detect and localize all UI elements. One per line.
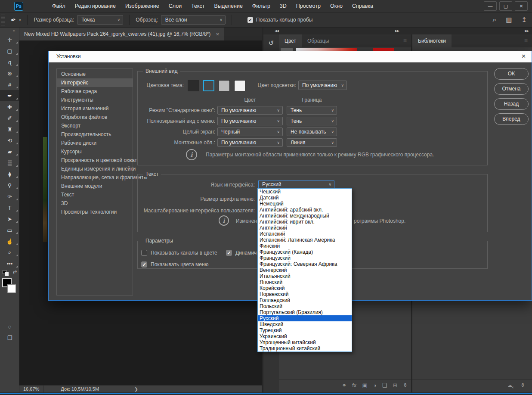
show-sampling-ring-checkbox[interactable]: ✓ Показать кольцо пробы — [247, 17, 315, 23]
next-button[interactable]: Вперед — [494, 113, 529, 125]
close-window-button[interactable]: ✕ — [515, 1, 528, 11]
language-option[interactable]: Английский: арабский вкл. — [258, 207, 352, 213]
language-option[interactable]: Испанский — [258, 231, 352, 237]
zoom-level[interactable]: 16,67% — [19, 386, 43, 393]
link-layers-icon[interactable]: ⚭ — [342, 382, 346, 389]
menu-item[interactable]: Текст — [186, 0, 209, 12]
language-option[interactable]: Норвежский — [258, 291, 352, 297]
eraser-tool[interactable]: ▰ — [0, 146, 19, 157]
layer-group-icon[interactable]: ❏ — [382, 382, 387, 389]
minimize-button[interactable]: — — [484, 1, 497, 11]
language-option[interactable]: Украинский — [258, 333, 352, 339]
preferences-section-item[interactable]: Текст — [57, 190, 133, 199]
language-option[interactable]: Польский — [258, 303, 352, 309]
language-option[interactable]: Английский: международный — [258, 213, 352, 219]
menu-item[interactable]: Изображение — [121, 0, 164, 12]
ok-button[interactable]: ОК — [494, 68, 529, 80]
delete-icon[interactable]: ⚱ — [520, 382, 525, 389]
move-tool[interactable]: ✛ — [0, 34, 19, 45]
type-tool[interactable]: T — [0, 202, 19, 213]
tab-color[interactable]: Цвет — [279, 34, 302, 47]
layer-mask-icon[interactable]: ▣ — [362, 382, 367, 389]
menu-item[interactable]: Файл — [47, 0, 70, 12]
clone-stamp-tool[interactable]: ♜ — [0, 124, 19, 135]
eyedropper-tool[interactable]: ✒ — [0, 90, 19, 101]
show-menu-colors-checkbox[interactable]: ✓ Показывать цвета меню — [141, 261, 209, 267]
language-option[interactable]: Традиционный китайский — [258, 345, 352, 351]
border-select[interactable]: Не показывать ∨ — [287, 128, 337, 136]
cancel-button[interactable]: Отмена — [494, 83, 529, 95]
menu-item[interactable]: Просмотр — [291, 0, 325, 12]
preferences-section-item[interactable]: Курсоры — [57, 147, 133, 156]
new-layer-icon[interactable]: ⊞ — [393, 382, 397, 389]
preferences-section-item[interactable]: Просмотры технологии — [57, 208, 133, 216]
preferences-section-item[interactable]: Внешние модули — [57, 182, 133, 190]
preferences-section-item[interactable]: Направляющие, сетка и фрагменты — [57, 173, 133, 182]
marquee-tool[interactable]: ▢ — [0, 45, 19, 56]
cloud-sync-off-icon[interactable]: ☁ — [507, 382, 513, 389]
language-option[interactable]: Чешский — [258, 189, 352, 195]
show-channels-in-color-checkbox[interactable]: Показывать каналы в цвете — [141, 250, 217, 256]
language-option[interactable]: Португальский (Бразилия) — [258, 309, 352, 315]
sample-size-select[interactable]: Точка ∨ — [77, 15, 123, 25]
quick-selection-tool[interactable]: ⊛ — [0, 68, 19, 79]
menu-item[interactable]: Справка — [347, 0, 378, 12]
close-dialog-icon[interactable]: ✕ — [521, 53, 526, 59]
preferences-section-item[interactable]: История изменений — [57, 104, 133, 113]
prev-button[interactable]: Назад — [494, 98, 529, 110]
language-option[interactable]: Венгерский — [258, 267, 352, 273]
language-option[interactable]: Английский: иврит вкл. — [258, 219, 352, 225]
default-colors-icon[interactable] — [3, 270, 9, 276]
history-brush-tool[interactable]: ⟲ — [0, 135, 19, 146]
adjustment-layer-icon[interactable]: ◑ — [373, 382, 377, 389]
language-option[interactable]: Датский — [258, 195, 352, 201]
language-option[interactable]: Английский — [258, 225, 352, 231]
healing-brush-tool[interactable]: ✚ — [0, 101, 19, 112]
screen-mode-button[interactable]: ❐ — [0, 332, 19, 343]
language-option[interactable]: Французский: Северная Африка — [258, 261, 352, 267]
language-option[interactable]: Немецкий — [258, 201, 352, 207]
panel-menu-icon[interactable]: ≡ — [403, 34, 407, 47]
menu-item[interactable]: Редактирование — [70, 0, 121, 12]
language-option[interactable]: Японский — [258, 279, 352, 285]
language-option[interactable]: Упрощенный китайский — [258, 339, 352, 345]
workspace-layout-icon[interactable]: ▥ — [506, 16, 512, 24]
language-option[interactable]: Французский — [258, 255, 352, 261]
share-icon[interactable]: ↥ — [521, 16, 527, 24]
border-select[interactable]: Тень ∨ — [287, 106, 337, 115]
border-select[interactable]: Линия ∨ — [287, 138, 337, 147]
close-document-icon[interactable]: ✕ — [216, 32, 219, 37]
crop-tool[interactable]: # — [0, 79, 19, 90]
preferences-section-item[interactable]: Прозрачность и цветовой охват — [57, 156, 133, 165]
language-option[interactable]: Испанский: Латинская Америка — [258, 237, 352, 243]
expand-panels-icon[interactable]: ◀◀ — [275, 29, 278, 33]
hand-tool[interactable]: ☝ — [0, 236, 19, 247]
preferences-section-item[interactable]: Производительность — [57, 130, 133, 139]
color-select[interactable]: Черный ∨ — [217, 128, 283, 136]
delete-layer-icon[interactable]: ⚱ — [403, 382, 408, 389]
menu-item[interactable]: Слои — [164, 0, 186, 12]
collapse-tools-icon[interactable]: » — [0, 28, 19, 33]
collapse-panels-icon[interactable]: ▶▶ — [525, 29, 529, 33]
edit-toolbar-button[interactable]: ••• — [0, 258, 19, 269]
color-select[interactable]: По умолчанию ∨ — [217, 106, 283, 115]
preferences-section-item[interactable]: Рабочая среда — [57, 87, 133, 96]
preferences-section-item[interactable]: Обработка файлов — [57, 113, 133, 121]
color-select[interactable]: По умолчанию ∨ — [217, 138, 283, 147]
color-select[interactable]: По умолчанию ∨ — [217, 117, 283, 125]
dynamic-sliders-checkbox[interactable]: ✓ Динамич — [226, 250, 257, 256]
blur-tool[interactable]: ⧫ — [0, 168, 19, 180]
preferences-section-item[interactable]: Инструменты — [57, 96, 133, 104]
preferences-section-item[interactable]: 3D — [57, 199, 133, 208]
ui-language-select[interactable]: Русский ∨ — [258, 180, 334, 189]
pen-tool[interactable]: ✑ — [0, 191, 19, 202]
maximize-button[interactable]: ▢ — [499, 1, 512, 11]
zoom-tool[interactable]: ⌕ — [0, 247, 19, 258]
preferences-section-item[interactable]: Рабочие диски — [57, 139, 133, 147]
current-tool-button[interactable]: ✒ ∨ — [11, 16, 21, 24]
panel-menu-icon[interactable]: ≡ — [524, 34, 528, 47]
menu-item[interactable]: Выделение — [210, 0, 247, 12]
menu-item[interactable]: Окно — [325, 0, 347, 12]
language-option[interactable]: Голландский — [258, 297, 352, 303]
menu-item[interactable]: 3D — [275, 0, 291, 12]
